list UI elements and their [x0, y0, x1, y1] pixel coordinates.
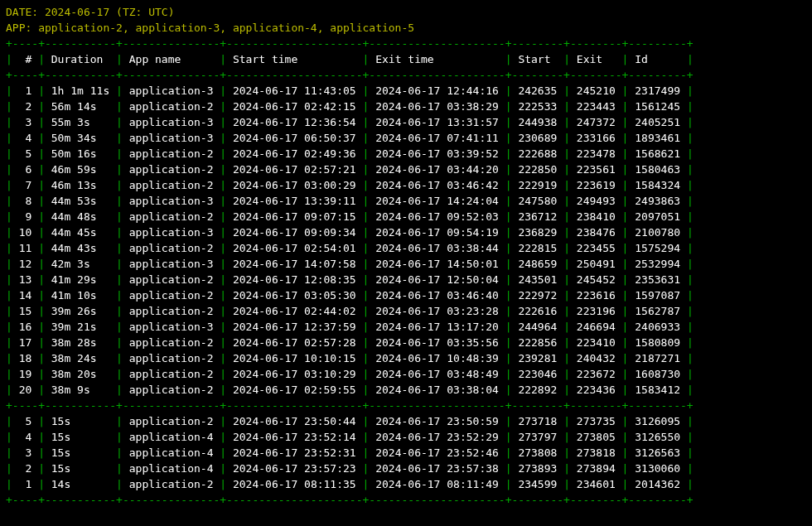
table-row: | 4 | 50m 34s | application-3 | 2024-06-…	[6, 130, 806, 146]
separator-top: +----+-----------+---------------+------…	[6, 36, 806, 51]
separator-header: +----+-----------+---------------+------…	[6, 67, 806, 83]
separator-middle: +----+-----------+---------------+------…	[6, 398, 806, 413]
table-row: | 1 | 1h 1m 11s | application-3 | 2024-0…	[6, 83, 806, 99]
table-row: | 6 | 46m 59s | application-2 | 2024-06-…	[6, 162, 806, 177]
table-row: | 2 | 15s | application-4 | 2024-06-17 2…	[6, 461, 806, 476]
table-rows-bottom: | 5 | 15s | application-2 | 2024-06-17 2…	[6, 413, 806, 492]
table-rows-top: | 1 | 1h 1m 11s | application-3 | 2024-0…	[6, 83, 806, 398]
table-row: | 13 | 41m 29s | application-2 | 2024-06…	[6, 272, 806, 287]
table-row: | 14 | 41m 10s | application-2 | 2024-06…	[6, 287, 806, 303]
header-app: APP: application-2, application-3, appli…	[6, 20, 806, 36]
table-row: | 9 | 44m 48s | application-2 | 2024-06-…	[6, 209, 806, 224]
table-header-row: | # | Duration | App name | Start time |…	[6, 51, 806, 67]
table-row: | 12 | 42m 3s | application-3 | 2024-06-…	[6, 256, 806, 272]
table-row: | 11 | 44m 43s | application-2 | 2024-06…	[6, 240, 806, 256]
table-row: | 8 | 44m 53s | application-3 | 2024-06-…	[6, 193, 806, 209]
table-row: | 5 | 50m 16s | application-2 | 2024-06-…	[6, 146, 806, 162]
table-row: | 18 | 38m 24s | application-2 | 2024-06…	[6, 350, 806, 366]
table-row: | 7 | 46m 13s | application-2 | 2024-06-…	[6, 177, 806, 193]
table-row: | 3 | 15s | application-4 | 2024-06-17 2…	[6, 445, 806, 461]
table-row: | 20 | 38m 9s | application-2 | 2024-06-…	[6, 382, 806, 398]
table-row: | 1 | 14s | application-2 | 2024-06-17 0…	[6, 476, 806, 492]
table-row: | 19 | 38m 20s | application-2 | 2024-06…	[6, 366, 806, 382]
table-row: | 16 | 39m 21s | application-3 | 2024-06…	[6, 319, 806, 335]
table-row: | 2 | 56m 14s | application-2 | 2024-06-…	[6, 99, 806, 114]
header-date: DATE: 2024-06-17 (TZ: UTC)	[6, 4, 806, 20]
table-row: | 5 | 15s | application-2 | 2024-06-17 2…	[6, 413, 806, 429]
table-row: | 10 | 44m 45s | application-3 | 2024-06…	[6, 224, 806, 240]
table-row: | 3 | 55m 3s | application-3 | 2024-06-1…	[6, 114, 806, 130]
table-row: | 15 | 39m 26s | application-2 | 2024-06…	[6, 303, 806, 319]
table-row: | 17 | 38m 28s | application-2 | 2024-06…	[6, 335, 806, 350]
table-row: | 4 | 15s | application-4 | 2024-06-17 2…	[6, 429, 806, 445]
separator-bottom: +----+-----------+---------------+------…	[6, 492, 806, 508]
